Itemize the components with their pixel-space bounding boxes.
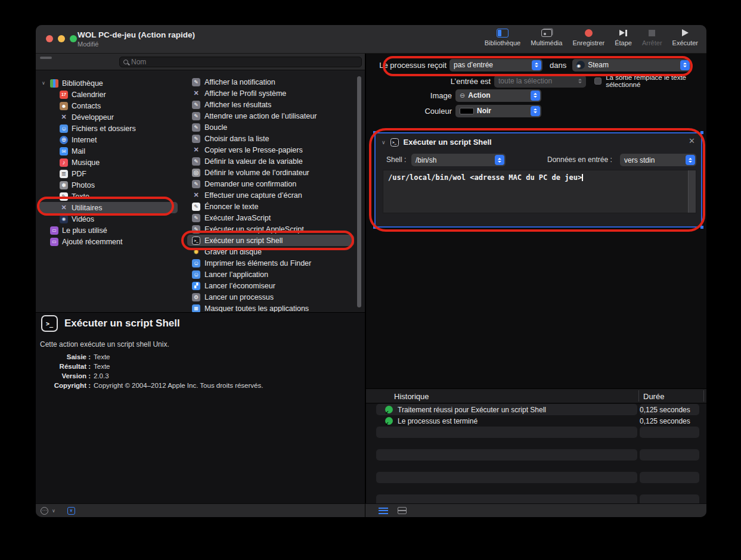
history-row[interactable] — [366, 449, 706, 461]
info-title: Exécuter un script Shell — [64, 318, 180, 329]
action-list-item[interactable]: Boucle — [184, 122, 362, 133]
sidebar-item[interactable]: Utilitaires — [39, 202, 178, 213]
sidebar-item-label: Musique — [72, 158, 100, 167]
toolbar-button[interactable]: Enregistrer — [572, 27, 604, 46]
xtool-icon — [192, 191, 200, 200]
shell-script-action-block[interactable]: ∨ Exécuter un script Shell ✕ Shell : /bi… — [374, 132, 702, 228]
script-scrollbar[interactable] — [688, 170, 696, 213]
library-tab[interactable] — [40, 57, 52, 59]
shell-controls: Shell : /bin/sh Données en entrée : vers… — [376, 154, 701, 167]
action-list-item[interactable]: Exécuter un script Shell — [187, 235, 354, 246]
action-list-item[interactable]: Définir la valeur de la variable — [184, 155, 362, 167]
action-info-panel: >_ Exécuter un script Shell Cette action… — [36, 312, 365, 503]
sidebar-item[interactable]: Fichiers et dossiers — [36, 123, 184, 134]
toolbar-button[interactable]: Bibliothèque — [485, 27, 521, 46]
sidebar-item[interactable]: Bibliothèque — [36, 77, 184, 89]
action-list-item[interactable]: Exécuter un script AppleScript — [184, 223, 362, 235]
text-doc-icon — [60, 192, 68, 201]
image-dropdown[interactable]: Action — [455, 89, 541, 102]
action-list-item[interactable]: Imprimer les éléments du Finder — [184, 257, 362, 269]
action-icon — [192, 101, 200, 109]
sidebar-item[interactable]: Internet — [36, 134, 184, 145]
process-input-dropdown[interactable]: pas d’entrée — [449, 59, 542, 71]
toolbar-button[interactable]: Étape — [615, 27, 632, 46]
sidebar-item[interactable]: PDF — [36, 168, 184, 179]
sidebar-item[interactable]: Calendrier — [36, 89, 184, 100]
toolbar-button[interactable]: Exécuter — [672, 27, 698, 46]
minimize-window-button[interactable] — [58, 35, 65, 42]
action-item-label: Exécuter JavaScript — [204, 214, 271, 222]
sidebar-item-label: Fichiers et dossiers — [72, 125, 136, 133]
stop-icon — [649, 30, 655, 36]
action-list-item[interactable]: Effectuer une capture d’écran — [184, 189, 362, 201]
collapse-chevron-icon[interactable]: ∨ — [382, 139, 386, 145]
action-icon — [192, 78, 200, 86]
action-list-item[interactable]: Choisir dans la liste — [184, 133, 362, 144]
sidebar-item-label: Photos — [72, 181, 95, 189]
history-row[interactable] — [366, 438, 706, 449]
sidebar-item-label: Ajouté récemment — [62, 238, 122, 246]
run-options-icon[interactable] — [41, 507, 48, 515]
action-icon — [192, 225, 200, 234]
close-action-icon[interactable]: ✕ — [689, 136, 695, 145]
action-icon — [192, 214, 200, 222]
action-list-item[interactable]: Attendre une action de l’utilisateur — [184, 110, 362, 122]
input-data-dropdown[interactable]: vers stdin — [620, 154, 696, 166]
history-row[interactable] — [366, 494, 706, 503]
replace-text-checkbox[interactable] — [594, 77, 602, 85]
color-dropdown[interactable]: Noir — [455, 105, 541, 117]
history-row[interactable] — [366, 461, 706, 472]
variables-panel-icon[interactable] — [67, 507, 75, 515]
sidebar-item[interactable]: Développeur — [36, 111, 184, 123]
history-row[interactable]: Le processus est terminé 0,125 secondes — [366, 415, 706, 427]
action-list-item[interactable]: Exécuter JavaScript — [184, 212, 362, 223]
sidebar-item[interactable]: Ajouté récemment — [36, 236, 184, 247]
action-list-item[interactable]: Graver un disque — [184, 246, 362, 257]
duration-column-header[interactable]: Durée — [643, 392, 664, 401]
history-row[interactable]: Traitement réussi pour Exécuter un scrip… — [366, 404, 706, 415]
sidebar-item[interactable]: Mail — [36, 145, 184, 157]
history-row[interactable] — [366, 483, 706, 494]
action-list-item[interactable]: Lancer l’économiseur — [184, 280, 362, 291]
target-app-dropdown[interactable]: Steam — [572, 59, 691, 71]
action-list-item[interactable]: Définir le volume de l’ordinateur — [184, 167, 362, 178]
action-list-item[interactable]: Énoncer le texte — [184, 201, 362, 212]
sidebar-item[interactable]: Photos — [36, 179, 184, 191]
shell-dropdown[interactable]: /bin/sh — [411, 154, 506, 166]
library-tab[interactable] — [54, 57, 66, 59]
action-list-item[interactable]: Afficher la notification — [184, 76, 362, 88]
action-list-item[interactable]: Demander une confirmation — [184, 178, 362, 189]
search-field[interactable] — [119, 57, 362, 67]
color-label: Couleur — [366, 107, 452, 116]
sidebar-item[interactable]: Musique — [36, 157, 184, 168]
history-row[interactable] — [366, 472, 706, 483]
action-list-item[interactable]: Lancer un processus — [184, 291, 362, 303]
history-row-duration — [640, 472, 699, 483]
disclosure-chevron-icon[interactable] — [41, 80, 46, 86]
workflow-panes-icon[interactable] — [398, 507, 407, 514]
sidebar-item[interactable]: Contacts — [36, 100, 184, 111]
search-input[interactable] — [131, 58, 358, 66]
automator-window: WOL PC-de-jeu (Action rapide) Modifié Bi… — [36, 25, 706, 517]
toolbar-button[interactable]: Multimédia — [531, 27, 562, 46]
info-description: Cette action exécute un script shell Uni… — [40, 340, 169, 349]
close-window-button[interactable] — [46, 35, 53, 42]
action-list-item[interactable]: Afficher les résultats — [184, 99, 362, 110]
info-field-value: Texte — [94, 363, 110, 370]
sidebar-item-label: Bibliothèque — [62, 79, 103, 88]
action-list-item[interactable]: Copier vers le Presse-papiers — [184, 144, 362, 155]
sidebar-item[interactable]: Le plus utilisé — [36, 225, 184, 236]
log-list-icon[interactable] — [379, 508, 388, 514]
toolbar-button[interactable]: Arrêter — [642, 27, 662, 46]
action-list-item[interactable]: Masquer toutes les applications — [184, 303, 362, 312]
toolbar: Bibliothèque Multimédia Enregistrer Étap… — [485, 27, 698, 46]
sidebar-item[interactable]: Vidéos — [36, 213, 184, 225]
action-list-scrollbar[interactable] — [357, 76, 361, 307]
script-editor[interactable]: /usr/local/bin/wol <adresse MAC du PC de… — [383, 170, 696, 213]
library-panel-icon — [497, 29, 509, 38]
zoom-window-button[interactable] — [70, 35, 77, 42]
sidebar-item[interactable]: Texte — [36, 191, 184, 202]
action-list-item[interactable]: Afficher le Profil système — [184, 88, 362, 99]
history-row[interactable] — [366, 427, 706, 438]
action-list-item[interactable]: Lancer l’application — [184, 269, 362, 280]
